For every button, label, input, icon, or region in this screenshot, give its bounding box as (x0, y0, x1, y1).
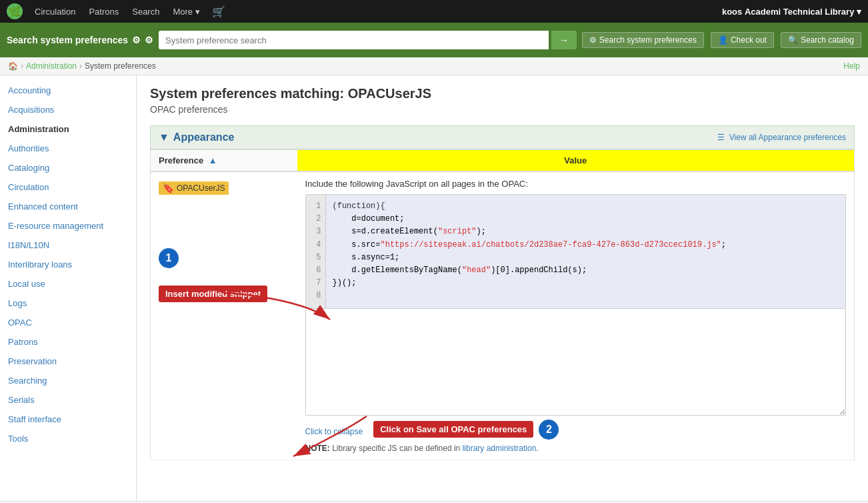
sidebar-item-administration[interactable]: Administration (0, 119, 136, 139)
sidebar-item-searching[interactable]: Searching (0, 371, 136, 390)
sidebar-item-patrons[interactable]: Patrons (0, 332, 136, 352)
sidebar-item-authorities[interactable]: Authorities (0, 139, 136, 158)
nav-patrons[interactable]: Patrons (82, 0, 125, 23)
col-preference: Preference ▲ (151, 150, 297, 172)
search-bar-actions: ⚙ Search system preferences 👤 Check out … (582, 32, 861, 48)
dropdown-icon[interactable]: ▾ (857, 7, 861, 17)
search-bar: Search system preferences ⚙ ⚙ → ⚙ Search… (0, 23, 868, 57)
top-nav: 🌿 Circulation Patrons Search More ▾ 🛒 ko… (0, 0, 868, 23)
breadcrumb-sep2: › (79, 61, 82, 71)
note-text: NOTE: Library specific JS can be defined… (305, 444, 847, 453)
sidebar-item-interlibrary[interactable]: Interlibrary loans (0, 255, 136, 274)
section-title: ▼ Appearance (159, 131, 234, 143)
search-catalog-btn[interactable]: 🔍 Search catalog (781, 32, 861, 48)
sidebar: Accounting Acquisitions Administration A… (0, 75, 137, 501)
search-system-prefs-btn[interactable]: ⚙ Search system preferences (582, 32, 704, 48)
content-wrapper: System preferences matching: OPACUserJS … (150, 86, 855, 460)
sidebar-item-e-resource[interactable]: E-resource management (0, 216, 136, 235)
sidebar-item-serials[interactable]: Serials (0, 390, 136, 410)
annotation-bubble-1: 1 (159, 248, 179, 268)
library-admin-link[interactable]: library administration (463, 444, 537, 453)
collapse-link[interactable]: Click to collapse (305, 427, 363, 436)
breadcrumb-current: System preferences (85, 61, 156, 71)
checkout-btn[interactable]: 👤 Check out (711, 32, 774, 48)
search-catalog-icon: 🔍 (788, 35, 798, 45)
search-go-button[interactable]: → (551, 31, 577, 49)
sidebar-item-cataloging[interactable]: Cataloging (0, 158, 136, 177)
code-description: Include the following JavaScript on all … (305, 179, 847, 189)
breadcrumb-sep1: › (21, 61, 23, 71)
pref-name-cell: 🔖 OPACUserJS 1 Insert modified snippet (151, 171, 297, 460)
logo-icon: 🌿 (7, 3, 23, 19)
sidebar-item-logs[interactable]: Logs (0, 294, 136, 313)
line-numbers: 12345678 (306, 195, 326, 308)
content-area: System preferences matching: OPACUserJS … (137, 75, 868, 501)
col-value: Value (297, 150, 855, 172)
breadcrumb-admin[interactable]: Administration (26, 61, 77, 71)
checkout-icon: 👤 (718, 35, 728, 45)
search-input[interactable] (159, 31, 549, 49)
code-extra-area[interactable] (305, 309, 847, 416)
pref-value-cell: Include the following JavaScript on all … (297, 171, 855, 460)
search-bar-label: Search system preferences ⚙ ⚙ (7, 35, 153, 45)
annotation-label-2: Click on Save all OPAC preferences (373, 421, 533, 438)
sidebar-item-preservation[interactable]: Preservation (0, 352, 136, 371)
sidebar-item-circulation[interactable]: Circulation (0, 177, 136, 197)
page-title: System preferences matching: OPACUserJS (150, 86, 855, 101)
view-all-link[interactable]: ☰ View all Appearance preferences (717, 133, 846, 142)
sort-icon[interactable]: ▲ (209, 155, 217, 165)
search-preferences-label: Search system preferences (7, 35, 128, 45)
bookmark-icon: 🔖 (163, 183, 174, 193)
main-layout: Accounting Acquisitions Administration A… (0, 75, 868, 501)
annotation-bubble-2: 2 (539, 420, 559, 440)
table-row: 🔖 OPACUserJS 1 Insert modified snippet (151, 171, 855, 460)
cart-icon[interactable]: 🛒 (207, 5, 231, 18)
sidebar-item-accounting[interactable]: Accounting (0, 81, 136, 100)
code-content[interactable]: (function){ d=document; s=d.createElemen… (326, 195, 846, 308)
section-header: ▼ Appearance ☰ View all Appearance prefe… (150, 125, 855, 149)
sidebar-item-local-use[interactable]: Local use (0, 274, 136, 294)
code-editor[interactable]: 12345678 (function){ d=document; s=d.cre… (305, 194, 847, 309)
sidebar-item-opac[interactable]: OPAC (0, 313, 136, 332)
sidebar-item-acquisitions[interactable]: Acquisitions (0, 100, 136, 119)
search-input-wrap: → (159, 31, 577, 49)
sidebar-item-enhanced-content[interactable]: Enhanced content (0, 197, 136, 216)
help-link[interactable]: Help (843, 61, 860, 71)
user-info: koos Academi Technical Library ▾ (722, 7, 861, 17)
gear-icon: ⚙ (132, 35, 141, 45)
nav-circulation[interactable]: Circulation (28, 0, 82, 23)
settings-icon: ⚙ (145, 35, 153, 45)
preference-table: Preference ▲ Value 🔖 OPACUserJS (150, 149, 855, 460)
sidebar-item-tools[interactable]: Tools (0, 429, 136, 448)
nav-search[interactable]: Search (125, 0, 166, 23)
annotation-label-1: Insert modified snippet (159, 286, 267, 302)
collapse-arrow-icon[interactable]: ▼ (159, 131, 169, 143)
home-icon[interactable]: 🏠 (8, 61, 18, 71)
username: koos (722, 7, 742, 17)
library-name: Academi Technical Library (745, 7, 855, 17)
page-subtitle: OPAC preferences (150, 104, 855, 115)
pref-name-badge: 🔖 OPACUserJS (159, 181, 229, 195)
sidebar-item-i18n[interactable]: I18N/L10N (0, 235, 136, 255)
sidebar-item-staff-interface[interactable]: Staff interface (0, 410, 136, 429)
breadcrumb: 🏠 › Administration › System preferences … (0, 57, 868, 75)
search-system-prefs-icon: ⚙ (589, 35, 597, 45)
nav-more[interactable]: More ▾ (166, 0, 206, 23)
